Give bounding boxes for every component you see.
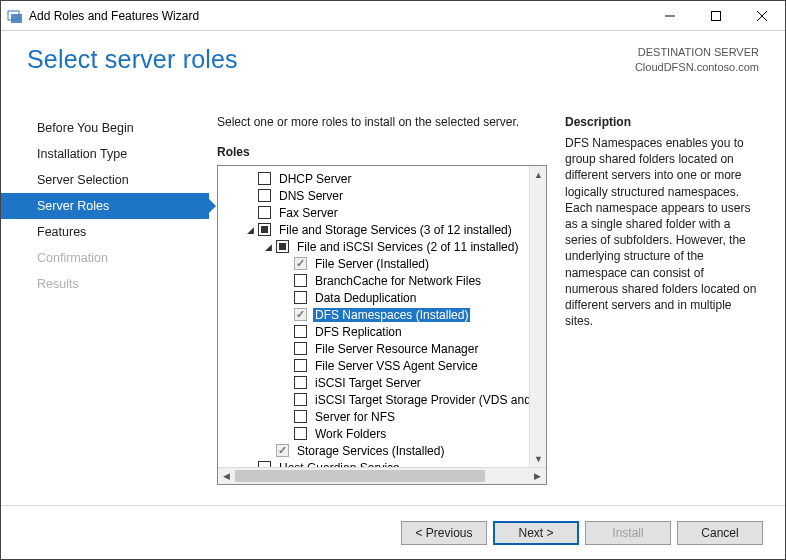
role-row-0[interactable]: DHCP Server bbox=[218, 170, 546, 187]
role-row-7[interactable]: Data Deduplication bbox=[218, 289, 546, 306]
svg-rect-3 bbox=[712, 11, 721, 20]
role-checkbox bbox=[294, 257, 307, 270]
nav-step-2[interactable]: Server Selection bbox=[1, 167, 209, 193]
expander-icon[interactable]: ◢ bbox=[262, 241, 274, 253]
description-heading: Description bbox=[565, 115, 759, 129]
role-checkbox[interactable] bbox=[258, 206, 271, 219]
destination-server: DESTINATION SERVER CloudDFSN.contoso.com bbox=[635, 45, 759, 97]
role-row-11[interactable]: File Server VSS Agent Service bbox=[218, 357, 546, 374]
role-row-5[interactable]: File Server (Installed) bbox=[218, 255, 546, 272]
role-label: BranchCache for Network Files bbox=[313, 274, 483, 288]
role-label: File Server VSS Agent Service bbox=[313, 359, 480, 373]
horizontal-scrollbar[interactable]: ◀ ▶ bbox=[218, 467, 546, 484]
role-row-12[interactable]: iSCSI Target Server bbox=[218, 374, 546, 391]
role-checkbox[interactable] bbox=[276, 240, 289, 253]
role-checkbox[interactable] bbox=[294, 376, 307, 389]
role-label: iSCSI Target Server bbox=[313, 376, 423, 390]
role-checkbox[interactable] bbox=[294, 342, 307, 355]
previous-button[interactable]: < Previous bbox=[401, 521, 487, 545]
role-row-15[interactable]: Work Folders bbox=[218, 425, 546, 442]
scroll-right-icon[interactable]: ▶ bbox=[529, 468, 546, 485]
dest-value: CloudDFSN.contoso.com bbox=[635, 60, 759, 75]
role-row-4[interactable]: ◢File and iSCSI Services (2 of 11 instal… bbox=[218, 238, 546, 255]
title-bar: Add Roles and Features Wizard bbox=[1, 1, 785, 31]
role-row-16[interactable]: Storage Services (Installed) bbox=[218, 442, 546, 459]
role-label: iSCSI Target Storage Provider (VDS and V… bbox=[313, 393, 546, 407]
expander-icon[interactable]: ◢ bbox=[244, 224, 256, 236]
role-checkbox[interactable] bbox=[258, 189, 271, 202]
role-label: DFS Replication bbox=[313, 325, 404, 339]
expander-icon bbox=[262, 445, 274, 457]
scroll-thumb[interactable] bbox=[235, 470, 485, 482]
window-title: Add Roles and Features Wizard bbox=[29, 9, 647, 23]
role-row-14[interactable]: Server for NFS bbox=[218, 408, 546, 425]
maximize-button[interactable] bbox=[693, 1, 739, 31]
role-label: File Server (Installed) bbox=[313, 257, 431, 271]
role-label: File and Storage Services (3 of 12 insta… bbox=[277, 223, 514, 237]
role-label: Fax Server bbox=[277, 206, 340, 220]
minimize-button[interactable] bbox=[647, 1, 693, 31]
expander-icon bbox=[280, 309, 292, 321]
role-label: Host Guardian Service bbox=[277, 461, 402, 468]
role-label: Server for NFS bbox=[313, 410, 397, 424]
intro-text: Select one or more roles to install on t… bbox=[217, 115, 547, 129]
roles-heading: Roles bbox=[217, 145, 547, 159]
role-checkbox[interactable] bbox=[294, 427, 307, 440]
role-label: Data Deduplication bbox=[313, 291, 418, 305]
close-button[interactable] bbox=[739, 1, 785, 31]
scroll-down-icon[interactable]: ▼ bbox=[530, 450, 546, 467]
scroll-up-icon[interactable]: ▲ bbox=[530, 166, 546, 183]
role-checkbox bbox=[294, 308, 307, 321]
nav-step-4[interactable]: Features bbox=[1, 219, 209, 245]
expander-icon bbox=[280, 377, 292, 389]
role-row-2[interactable]: Fax Server bbox=[218, 204, 546, 221]
role-checkbox[interactable] bbox=[258, 172, 271, 185]
next-button[interactable]: Next > bbox=[493, 521, 579, 545]
role-row-3[interactable]: ◢File and Storage Services (3 of 12 inst… bbox=[218, 221, 546, 238]
role-row-9[interactable]: DFS Replication bbox=[218, 323, 546, 340]
cancel-button[interactable]: Cancel bbox=[677, 521, 763, 545]
role-checkbox[interactable] bbox=[294, 410, 307, 423]
role-label: Work Folders bbox=[313, 427, 388, 441]
expander-icon bbox=[280, 360, 292, 372]
role-checkbox[interactable] bbox=[294, 393, 307, 406]
svg-rect-1 bbox=[11, 14, 22, 23]
role-row-6[interactable]: BranchCache for Network Files bbox=[218, 272, 546, 289]
expander-icon bbox=[280, 326, 292, 338]
expander-icon bbox=[244, 207, 256, 219]
app-icon bbox=[7, 8, 23, 24]
role-checkbox[interactable] bbox=[258, 461, 271, 467]
expander-icon bbox=[244, 190, 256, 202]
role-row-1[interactable]: DNS Server bbox=[218, 187, 546, 204]
expander-icon bbox=[280, 411, 292, 423]
role-checkbox bbox=[276, 444, 289, 457]
scroll-left-icon[interactable]: ◀ bbox=[218, 468, 235, 485]
role-label: DFS Namespaces (Installed) bbox=[313, 308, 470, 322]
nav-step-1[interactable]: Installation Type bbox=[1, 141, 209, 167]
role-label: File Server Resource Manager bbox=[313, 342, 480, 356]
role-row-8[interactable]: DFS Namespaces (Installed) bbox=[218, 306, 546, 323]
expander-icon bbox=[280, 428, 292, 440]
role-row-10[interactable]: File Server Resource Manager bbox=[218, 340, 546, 357]
description-text: DFS Namespaces enables you to group shar… bbox=[565, 135, 759, 329]
role-row-17[interactable]: Host Guardian Service bbox=[218, 459, 546, 467]
role-checkbox[interactable] bbox=[294, 291, 307, 304]
wizard-header: Select server roles DESTINATION SERVER C… bbox=[1, 31, 785, 97]
role-checkbox[interactable] bbox=[294, 359, 307, 372]
role-label: Storage Services (Installed) bbox=[295, 444, 446, 458]
role-checkbox[interactable] bbox=[294, 274, 307, 287]
dest-label: DESTINATION SERVER bbox=[635, 45, 759, 60]
expander-icon bbox=[280, 292, 292, 304]
nav-step-0[interactable]: Before You Begin bbox=[1, 115, 209, 141]
install-button[interactable]: Install bbox=[585, 521, 671, 545]
vertical-scrollbar[interactable]: ▲ ▼ bbox=[529, 166, 546, 467]
role-label: File and iSCSI Services (2 of 11 install… bbox=[295, 240, 520, 254]
role-checkbox[interactable] bbox=[258, 223, 271, 236]
wizard-nav: Before You BeginInstallation TypeServer … bbox=[1, 97, 209, 505]
role-checkbox[interactable] bbox=[294, 325, 307, 338]
nav-step-6: Results bbox=[1, 271, 209, 297]
expander-icon bbox=[244, 173, 256, 185]
nav-step-3[interactable]: Server Roles bbox=[1, 193, 209, 219]
role-row-13[interactable]: iSCSI Target Storage Provider (VDS and V… bbox=[218, 391, 546, 408]
roles-tree[interactable]: DHCP ServerDNS ServerFax Server◢File and… bbox=[218, 166, 546, 467]
